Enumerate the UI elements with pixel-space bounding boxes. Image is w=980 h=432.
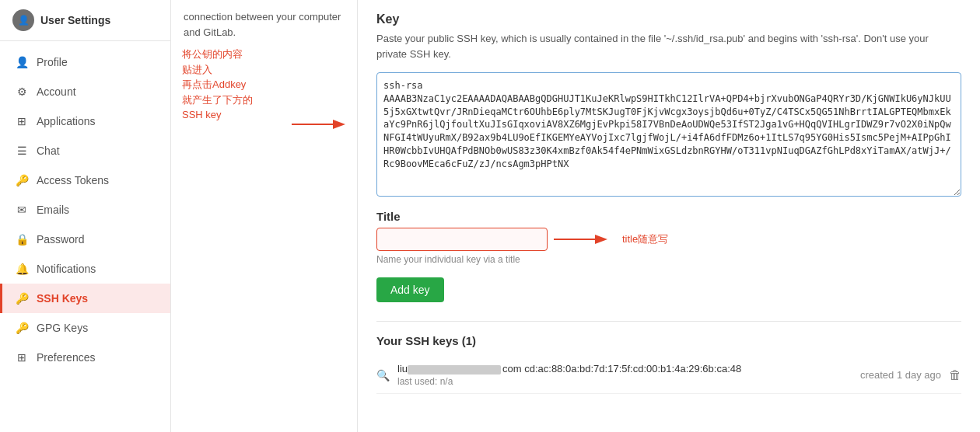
key-meta: last used: n/a (397, 376, 852, 387)
emails-icon: ✉ (15, 203, 29, 217)
sidebar-item-chat[interactable]: ☰ Chat (0, 136, 170, 165)
sidebar-item-applications[interactable]: ⊞ Applications (0, 106, 170, 136)
profile-icon: 👤 (15, 55, 29, 69)
sidebar-title: User Settings (40, 14, 110, 26)
account-icon: ⚙ (15, 85, 29, 99)
key-created: created 1 day ago (860, 369, 941, 381)
right-panel: Key Paste your public SSH key, which is … (358, 0, 980, 432)
key-section: Key Paste your public SSH key, which is … (376, 12, 961, 199)
sidebar-label-access-tokens: Access Tokens (37, 174, 109, 186)
password-icon: 🔒 (15, 232, 29, 246)
sidebar-label-notifications: Notifications (37, 263, 96, 275)
key-row-icon: 🔍 (376, 369, 390, 381)
access-tokens-icon: 🔑 (15, 173, 29, 187)
annotation-line3: 再点击Addkey (182, 78, 246, 90)
annotation-block: 将公钥的内容 贴进入 再点击Addkey 就产生了下方的 SSH key (182, 47, 306, 123)
notifications-icon: 🔔 (15, 262, 29, 276)
title-section: Title title随意写 Name your individual key … (376, 210, 961, 265)
key-last-used: last used: n/a (397, 376, 453, 387)
sidebar-item-gpg-keys[interactable]: 🔑 GPG Keys (0, 313, 170, 343)
sidebar-item-emails[interactable]: ✉ Emails (0, 195, 170, 225)
key-fingerprint-value: cd:ac:88:0a:bd:7d:17:5f:cd:00:b1:4a:29:6… (524, 363, 741, 375)
sidebar-item-notifications[interactable]: 🔔 Notifications (0, 254, 170, 284)
key-fingerprint: liucom cd:ac:88:0a:bd:7d:17:5f:cd:00:b1:… (397, 363, 852, 375)
key-email-suffix: com (502, 363, 522, 375)
ssh-keys-icon: 🔑 (15, 291, 29, 305)
annotation-line5: SSH key (182, 109, 222, 120)
sidebar-header: 👤 User Settings (0, 0, 170, 41)
key-delete-button[interactable]: 🗑 (949, 368, 961, 382)
add-key-button[interactable]: Add key (376, 277, 444, 302)
your-ssh-keys-section: Your SSH keys (1) 🔍 liucom cd:ac:88:0a:b… (376, 321, 961, 394)
sidebar-label-account: Account (37, 85, 76, 98)
your-ssh-keys-title: Your SSH keys (1) (376, 334, 961, 347)
applications-icon: ⊞ (15, 114, 29, 128)
sidebar-nav: 👤 Profile ⚙ Account ⊞ Applications ☰ Cha… (0, 41, 170, 432)
table-row: 🔍 liucom cd:ac:88:0a:bd:7d:17:5f:cd:00:b… (376, 357, 961, 394)
title-input[interactable] (376, 228, 548, 251)
key-textarea[interactable]: ssh-rsa AAAAB3NzaC1yc2EAAAADAQABAABgQDGH… (376, 72, 961, 197)
sidebar-label-emails: Emails (37, 204, 69, 216)
sidebar-item-profile[interactable]: 👤 Profile (0, 47, 170, 77)
key-email-prefix: liu (397, 363, 408, 375)
sidebar-item-password[interactable]: 🔒 Password (0, 225, 170, 254)
title-hint-text: title随意写 (622, 232, 668, 246)
key-section-label: Key (376, 12, 961, 26)
preferences-icon: ⊞ (15, 350, 29, 364)
title-row: title随意写 (376, 228, 961, 251)
sidebar-label-profile: Profile (37, 56, 68, 68)
gpg-keys-icon: 🔑 (15, 321, 29, 335)
key-row-info: liucom cd:ac:88:0a:bd:7d:17:5f:cd:00:b1:… (397, 363, 852, 387)
sidebar-label-applications: Applications (37, 115, 96, 127)
sidebar-label-chat: Chat (37, 145, 60, 157)
key-email-blurred (408, 365, 501, 375)
annotation-line1: 将公钥的内容 (182, 48, 243, 60)
key-section-description: Paste your public SSH key, which is usua… (376, 31, 961, 61)
sidebar-label-ssh-keys: SSH Keys (37, 292, 88, 305)
user-avatar-icon: 👤 (12, 9, 34, 31)
sidebar: 👤 User Settings 👤 Profile ⚙ Account ⊞ Ap… (0, 0, 171, 432)
sidebar-item-ssh-keys[interactable]: 🔑 SSH Keys (0, 284, 170, 313)
left-panel: connection between your computer and Git… (171, 0, 358, 432)
title-arrow-svg (554, 230, 616, 249)
sidebar-label-preferences: Preferences (37, 351, 95, 364)
title-field-hint: Name your individual key via a title (376, 254, 961, 265)
chat-icon: ☰ (15, 144, 29, 158)
sidebar-label-password: Password (37, 233, 84, 246)
annotation-line2: 贴进入 (182, 64, 212, 75)
annotation-line4: 就产生了下方的 (182, 94, 253, 106)
sidebar-label-gpg-keys: GPG Keys (37, 322, 88, 334)
annotation-arrow (292, 101, 354, 148)
sidebar-item-preferences[interactable]: ⊞ Preferences (0, 343, 170, 372)
left-panel-text: connection between your computer and Git… (184, 9, 345, 40)
title-label: Title (376, 210, 961, 223)
sidebar-item-access-tokens[interactable]: 🔑 Access Tokens (0, 165, 170, 195)
sidebar-item-account[interactable]: ⚙ Account (0, 77, 170, 106)
